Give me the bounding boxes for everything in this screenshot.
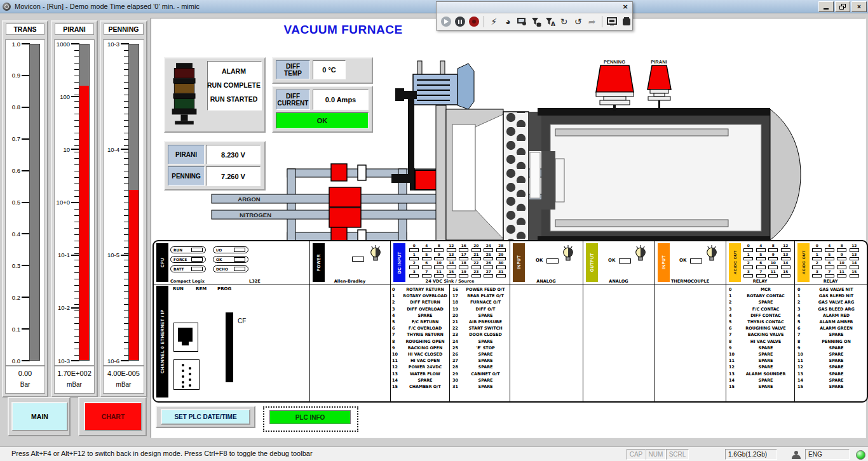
led-indicator: [768, 274, 778, 278]
led-indicator: [471, 257, 481, 261]
minimize-button[interactable]: [818, 1, 834, 12]
led-column: 28293031: [495, 244, 508, 278]
io-signal-row: 5F/C RETURN: [390, 319, 449, 325]
filter-database-button[interactable]: [530, 15, 542, 29]
watch-settings-button[interactable]: [516, 15, 528, 29]
analog-output-lamp-icon: [634, 244, 648, 262]
led-indicator: [768, 257, 778, 261]
svg-text:A: A: [551, 21, 555, 27]
diff-current-label: DIFF CURRENT: [276, 90, 310, 110]
title-bar: Movicon - [Run] - Demo mode Time elapsed…: [0, 0, 868, 13]
io-signal-row: 7SPARE: [796, 331, 865, 338]
relay1-signals: 0MCR1ROTARY CONTAC2SPARE3F/C CONTAC4DIFF…: [727, 286, 793, 390]
status-led-pill: DCHO: [213, 265, 248, 272]
gauge-tick: 0.3: [7, 262, 30, 269]
led-indicator: [496, 265, 506, 269]
io-signal-row: 2DIFF RETURN: [390, 299, 449, 305]
status-led-pill: I/O: [213, 246, 248, 253]
led-column: 4567: [755, 244, 768, 278]
pie-chart-icon: ◕: [505, 17, 510, 26]
plc-info-button[interactable]: PLC INFO: [269, 410, 351, 424]
led-column: 0123: [742, 244, 755, 278]
thermocouple-ok: OK: [679, 258, 686, 263]
led-column: 0123: [408, 244, 421, 278]
diff-temp-value: 0 °C: [313, 60, 346, 79]
analog-input-led: [546, 258, 559, 264]
led-indicator: [484, 257, 493, 261]
cpu-brand: Compact Logix: [170, 279, 234, 284]
thermocouple-led: [690, 258, 702, 264]
io-signal-row: 8PENNING ON: [796, 338, 865, 345]
led-indicator: [850, 257, 859, 261]
pause-button[interactable]: [454, 15, 466, 29]
relay1-caption: RELAY: [726, 279, 794, 284]
power-module-strip: POWER: [313, 243, 325, 282]
close-button[interactable]: ×: [851, 1, 867, 12]
led-indicator: [825, 248, 834, 252]
led-indicator: [743, 248, 753, 252]
play-icon: [441, 17, 451, 27]
power-led: [352, 257, 364, 262]
runtime-status-led: [856, 450, 865, 460]
led-indicator: [471, 248, 481, 252]
stack-light-icon: [169, 61, 200, 128]
play-button[interactable]: [440, 15, 452, 29]
led-indicator: [409, 257, 419, 261]
led-indicator: [191, 248, 203, 252]
led-indicator: [781, 257, 790, 261]
led-column: 24252627: [482, 244, 495, 278]
led-indicator: [825, 265, 834, 269]
gauge-pirani: PIRANI 10001001010+010-110-210-3 1.70E+0…: [51, 20, 98, 398]
monitor-button[interactable]: [606, 15, 618, 29]
io-signal-row: 4DIFF CONTAC: [727, 312, 793, 319]
led-indicator: [447, 248, 456, 252]
led-indicator: [756, 265, 766, 269]
io-signal-row: 10SPARE: [727, 351, 793, 357]
trace-button[interactable]: ⚡: [488, 15, 500, 29]
gauge-pirani-bar: [79, 44, 90, 361]
refresh-screen-button[interactable]: ↺: [572, 15, 584, 29]
console-button[interactable]: [620, 15, 632, 29]
statistics-button[interactable]: ◕: [502, 15, 514, 29]
io-signal-row: 6ROUGHING VALVE: [727, 325, 793, 331]
io-signal-row: 18FURNACE O/T: [451, 299, 509, 305]
gauge-tick: 0.1: [7, 326, 30, 332]
led-indicator: [825, 274, 834, 278]
diff-temp-label: DIFF TEMP: [276, 60, 310, 79]
debug-toolbar-grip[interactable]: ×: [437, 2, 632, 13]
relay2-strip: AC/DC OUT: [797, 243, 810, 282]
led-indicator: [825, 257, 834, 261]
main-button[interactable]: MAIN: [11, 402, 68, 431]
debug-toolbar-close-icon[interactable]: ×: [621, 3, 630, 11]
io-signal-row: 15CHAMBER O/T: [390, 384, 449, 390]
restore-icon: [839, 4, 846, 10]
chart-button[interactable]: CHART: [84, 402, 142, 431]
io-signal-row: 28SPARE: [451, 364, 509, 370]
gauge-tick: 0.6: [7, 168, 30, 174]
alarm-stack-panel: ALARM RUN COMPLETE RUN STARTED: [164, 57, 266, 133]
led-indicator: [756, 274, 766, 278]
run-complete-label: RUN COMPLETE: [207, 81, 261, 89]
close-icon: ×: [857, 4, 861, 10]
gauge-tick: 0.0: [7, 357, 30, 364]
send-forward-button[interactable]: ➦: [586, 15, 598, 29]
io-signal-row: 3DIFF OVERLOAD: [390, 306, 449, 312]
dc-input-signals-left: 0ROTARY RETURN1ROTARY OVERLOAD2DIFF RETU…: [390, 286, 449, 390]
restore-button[interactable]: [835, 1, 850, 12]
io-signal-row: 6F/C OVERLOAD: [390, 325, 449, 331]
filter-alarms-button[interactable]: A: [544, 15, 556, 29]
io-signal-row: 2GAS VALVE ARG: [796, 299, 865, 305]
refresh-tags-button[interactable]: ↻: [558, 15, 570, 29]
gauge-tick: 0.7: [7, 136, 30, 142]
cpu-mode-prog: PROG: [217, 286, 231, 291]
led-indicator: [447, 265, 456, 269]
dc-input-caption: 24 VDC Sink / Source: [390, 279, 510, 284]
caps-lock-indicator: CAP: [627, 449, 646, 460]
stop-button[interactable]: [468, 15, 480, 29]
set-plc-datetime-button[interactable]: SET PLC DATE/TIME: [161, 409, 250, 425]
io-signal-row: 27SPARE: [451, 357, 509, 364]
led-indicator: [434, 265, 444, 269]
led-indicator: [837, 257, 846, 261]
power-lamp-icon: [369, 244, 383, 262]
status-led-pill: BATT: [170, 265, 206, 272]
